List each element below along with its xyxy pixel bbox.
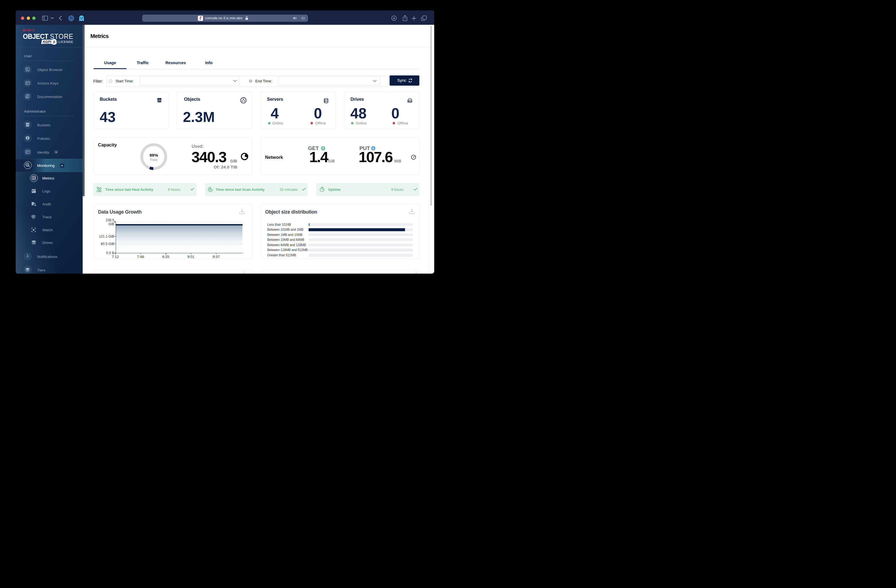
svg-text:3: 3 [53,40,55,44]
